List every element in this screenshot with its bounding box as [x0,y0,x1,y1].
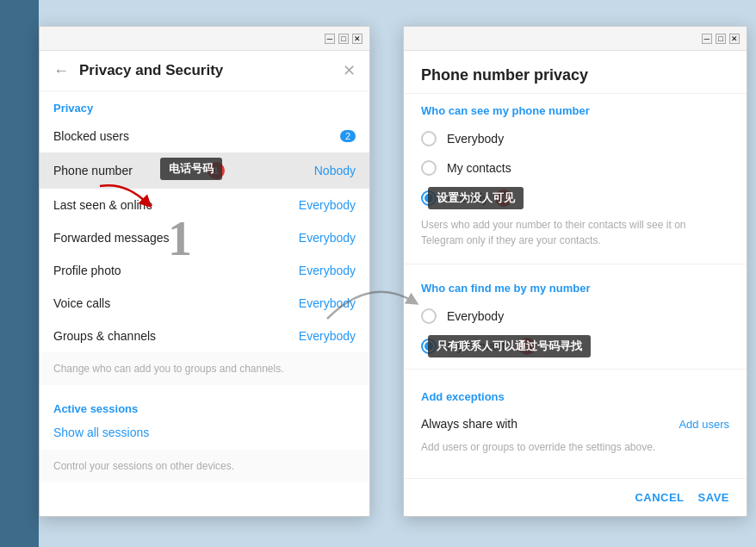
show-all-sessions-label: Show all sessions [53,426,356,439]
add-note-text: Add users or groups to override the sett… [404,438,747,457]
everybody-find-radio[interactable] [421,308,437,324]
right-close-btn[interactable]: ✕ [729,34,740,44]
my-contacts-see-radio[interactable] [421,160,437,176]
last-seen-item[interactable]: Last seen & online Everybody [40,189,369,221]
close-panel-button[interactable]: ✕ [343,61,356,80]
chat-sidebar [0,0,39,547]
groups-note: Change who can add you to groups and cha… [40,352,369,385]
blocked-users-item[interactable]: Blocked users 2 [40,120,369,152]
privacy-security-panel: ─ □ ✕ ← Privacy and Security ✕ Privacy B… [39,26,370,517]
profile-photo-label: Profile photo [53,264,299,277]
everybody-see-option[interactable]: Everybody [404,124,747,153]
last-seen-label: Last seen & online [53,198,299,212]
close-win-btn[interactable]: ✕ [352,34,363,44]
who-can-find-title: Who can find me by my number [404,271,747,301]
always-share-label: Always share with [421,417,679,431]
phone-annotation-box: 电话号码 [160,158,222,180]
forwarded-messages-value: Everybody [299,231,356,245]
groups-channels-item[interactable]: Groups & channels Everybody [40,320,369,352]
phone-number-item[interactable]: Phone number 1 电话号码 Nobody [40,152,369,189]
save-button[interactable]: SAVE [698,491,729,504]
blocked-users-badge: 2 [340,130,356,142]
profile-photo-value: Everybody [299,264,356,277]
everybody-find-label: Everybody [447,309,504,323]
phone-number-value: Nobody [314,164,356,177]
add-users-link[interactable]: Add users [679,418,729,431]
nobody-info-text: Users who add your number to their conta… [404,214,747,257]
voice-calls-value: Everybody [299,296,356,310]
dialog-title: Phone number privacy [421,66,729,84]
add-exceptions-section: Add exceptions Always share with Add use… [404,376,747,463]
dialog-footer: CANCEL SAVE [404,478,747,516]
show-all-sessions-item[interactable]: Show all sessions [53,419,356,446]
voice-calls-item[interactable]: Voice calls Everybody [40,287,369,320]
maximize-btn[interactable]: □ [338,34,349,44]
panel-header: ← Privacy and Security ✕ [40,51,369,91]
minimize-btn[interactable]: ─ [325,34,335,44]
dialog-header: Phone number privacy [404,51,747,94]
section-divider-2 [404,369,747,370]
nobody-annotation-box: 设置为没人可见 [428,187,524,209]
left-titlebar: ─ □ ✕ [40,27,369,51]
my-contacts-annotation-box: 只有联系人可以通过号码寻找 [428,335,591,357]
always-share-row: Always share with Add users [404,410,747,438]
phone-privacy-dialog: ─ □ ✕ Phone number privacy Who can see m… [403,26,747,517]
everybody-see-radio[interactable] [421,131,437,146]
my-contacts-find-option[interactable]: My contacts 2 只有联系人可以通过号码寻找 [404,331,747,362]
privacy-section-label: Privacy [40,91,369,120]
last-seen-value: Everybody [299,198,356,212]
active-sessions-label: Active sessions [53,395,356,419]
section-divider-1 [404,264,747,264]
who-can-see-title: Who can see my phone number [404,94,747,124]
forwarded-messages-label: Forwarded messages [53,231,299,245]
blocked-users-label: Blocked users [53,129,340,143]
right-titlebar: ─ □ ✕ [404,27,747,51]
right-minimize-btn[interactable]: ─ [702,34,712,44]
groups-channels-label: Groups & channels [53,329,299,343]
sessions-note: Control your sessions on other devices. [40,450,369,482]
nobody-see-option[interactable]: Nobody 1 设置为没人可见 [404,183,747,214]
my-contacts-see-label: My contacts [447,161,511,175]
profile-photo-item[interactable]: Profile photo Everybody [40,254,369,287]
voice-calls-label: Voice calls [53,296,299,310]
right-maximize-btn[interactable]: □ [716,34,726,44]
add-exceptions-title: Add exceptions [404,383,747,410]
everybody-see-label: Everybody [447,132,504,146]
panel-title: Privacy and Security [79,62,343,79]
active-sessions-section: Active sessions Show all sessions [40,385,369,450]
forwarded-messages-item[interactable]: Forwarded messages Everybody [40,221,369,254]
my-contacts-see-option[interactable]: My contacts [404,153,747,183]
groups-channels-value: Everybody [299,329,356,343]
back-button[interactable]: ← [53,62,69,80]
cancel-button[interactable]: CANCEL [635,491,684,504]
everybody-find-option[interactable]: Everybody [404,301,747,331]
